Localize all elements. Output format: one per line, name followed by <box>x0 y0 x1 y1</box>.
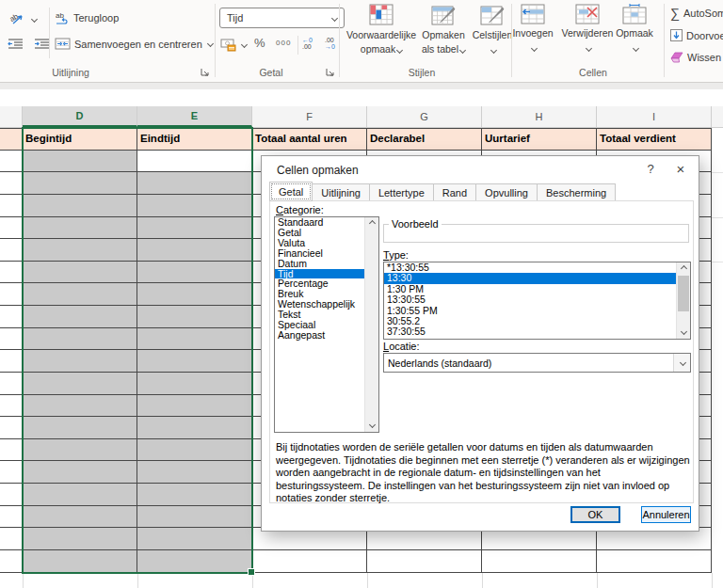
column-header-partial[interactable] <box>0 106 23 128</box>
combo-dropdown-button[interactable] <box>673 354 690 372</box>
table-header-cell[interactable]: Begintijd <box>23 128 137 151</box>
table-header-cell[interactable]: Eindtijd <box>137 128 252 151</box>
cell[interactable] <box>137 217 252 240</box>
comma-style-button[interactable]: 000 <box>276 39 291 47</box>
cat-list-item[interactable]: Aangepast <box>275 330 378 341</box>
cell[interactable] <box>0 484 23 506</box>
cell[interactable] <box>137 395 252 418</box>
cell[interactable] <box>0 506 23 529</box>
scrollbar[interactable] <box>676 262 690 339</box>
cell[interactable] <box>0 417 23 439</box>
locale-combobox[interactable]: Nederlands (standaard) <box>383 353 691 373</box>
cell[interactable] <box>0 395 23 418</box>
orientation-button[interactable]: ab <box>9 11 37 26</box>
cell[interactable] <box>0 528 23 550</box>
cell[interactable] <box>137 373 252 395</box>
format-cells-button[interactable]: Opmaak <box>612 4 657 53</box>
scroll-up-icon[interactable] <box>677 262 690 275</box>
insert-cells-button[interactable]: Invoegen <box>508 4 557 53</box>
cell[interactable] <box>23 417 137 439</box>
column-header-partial[interactable] <box>712 106 723 128</box>
merge-center-button[interactable]: Samenvoegen en centreren <box>55 38 213 50</box>
table-header-cell[interactable]: Totaal verdient <box>597 128 712 151</box>
cell[interactable] <box>252 550 367 573</box>
cell[interactable] <box>23 195 137 217</box>
cell[interactable] <box>137 172 252 195</box>
cell[interactable] <box>23 239 137 262</box>
tab-bescherming[interactable]: Bescherming <box>538 183 616 201</box>
cell[interactable] <box>137 195 252 217</box>
scroll-down-icon[interactable] <box>365 420 378 432</box>
scroll-thumb[interactable] <box>678 276 689 311</box>
number-dialog-launcher[interactable] <box>325 67 337 79</box>
cat-list-item[interactable]: Financieel <box>275 248 378 259</box>
cell[interactable] <box>23 373 137 395</box>
cell[interactable] <box>23 528 137 550</box>
cell[interactable] <box>23 550 137 573</box>
cell[interactable] <box>23 506 137 529</box>
column-header-d[interactable]: D <box>23 106 137 127</box>
cell[interactable] <box>137 328 252 351</box>
cell[interactable] <box>137 283 252 306</box>
column-header-h[interactable]: H <box>482 106 597 128</box>
cell[interactable] <box>23 306 137 328</box>
cell[interactable] <box>137 239 252 262</box>
clear-button[interactable]: Wissen <box>670 52 723 63</box>
column-header-e[interactable]: E <box>137 106 252 127</box>
cell[interactable] <box>23 484 137 506</box>
category-listbox[interactable]: StandaardGetalValutaFinancieelDatumTijdP… <box>274 216 379 433</box>
cell[interactable] <box>137 262 252 284</box>
cell[interactable] <box>137 417 252 439</box>
column-header-g[interactable]: G <box>367 106 482 128</box>
autosum-button[interactable]: ∑ AutoSom <box>670 7 723 20</box>
cell[interactable] <box>137 306 252 328</box>
cell[interactable] <box>0 350 23 373</box>
cell[interactable] <box>0 550 23 573</box>
type-list-item[interactable]: 37:30:55 <box>384 326 690 337</box>
cell[interactable] <box>23 350 137 373</box>
cell[interactable] <box>0 217 23 240</box>
cell[interactable] <box>0 328 23 351</box>
cancel-button[interactable]: Annuleren <box>641 506 691 523</box>
cell[interactable] <box>0 439 23 462</box>
cell[interactable] <box>0 262 23 284</box>
cell[interactable] <box>597 550 712 573</box>
scrollbar[interactable] <box>364 217 378 432</box>
cell[interactable] <box>23 439 137 462</box>
format-as-table-button[interactable]: Opmaken als tabel <box>416 4 471 55</box>
cell[interactable] <box>23 461 137 484</box>
increase-decimal-button[interactable]: ←0.00 <box>302 37 313 50</box>
cell[interactable] <box>0 195 23 217</box>
tab-lettertype[interactable]: Lettertype <box>370 183 434 201</box>
ok-button[interactable]: OK <box>570 506 620 523</box>
type-listbox[interactable]: *13:30:5513:301:30 PM13:30:551:30:55 PM3… <box>383 262 691 340</box>
cell[interactable] <box>137 461 252 484</box>
cell[interactable] <box>23 172 137 195</box>
cell[interactable] <box>482 550 597 573</box>
type-list-item[interactable]: 13:30 <box>384 273 690 283</box>
type-list-item[interactable]: 1:30 PM <box>384 284 690 294</box>
cell[interactable] <box>0 461 23 484</box>
cell[interactable] <box>0 151 23 173</box>
type-list-item[interactable]: 30:55.2 <box>384 316 690 326</box>
accounting-format-button[interactable] <box>220 38 247 52</box>
cell[interactable] <box>23 151 137 173</box>
decrease-decimal-button[interactable]: .00→0 <box>325 37 335 50</box>
cell[interactable] <box>137 484 252 506</box>
table-header-cell[interactable] <box>0 128 23 151</box>
scroll-down-icon[interactable] <box>677 326 690 339</box>
type-list-item[interactable]: 1:30:55 PM <box>384 306 690 316</box>
tab-uitlijning[interactable]: Uitlijning <box>313 183 370 201</box>
delete-cells-button[interactable]: Verwijderen <box>560 4 615 53</box>
cell[interactable] <box>137 550 252 573</box>
fill-button[interactable]: Doorvoeren <box>670 29 723 41</box>
cell[interactable] <box>137 528 252 550</box>
wrap-text-button[interactable]: ab Terugloop <box>55 11 119 24</box>
cell[interactable] <box>137 151 252 173</box>
cell[interactable] <box>137 350 252 373</box>
cell[interactable] <box>0 306 23 328</box>
cell[interactable] <box>137 506 252 529</box>
cell[interactable] <box>23 328 137 351</box>
column-header-f[interactable]: F <box>252 106 367 128</box>
cell[interactable] <box>23 283 137 306</box>
